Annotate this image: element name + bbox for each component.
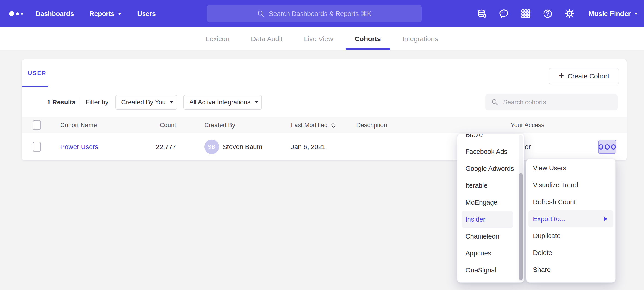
- global-search-placeholder: Search Dashboards & Reports ⌘K: [269, 10, 372, 18]
- created-by-filter[interactable]: Created By You: [115, 95, 177, 109]
- circle-icon: [598, 144, 603, 150]
- integrations-filter[interactable]: All Active Integrations: [184, 95, 262, 109]
- header-cohort-name[interactable]: Cohort Name: [60, 122, 97, 129]
- menu-item-insider[interactable]: Insider: [462, 211, 513, 228]
- active-tab-underline: [22, 86, 48, 87]
- create-cohort-label: Create Cohort: [568, 73, 609, 80]
- menu-item-label: View Users: [533, 165, 566, 172]
- created-by-cell: SB Steven Baum: [204, 139, 262, 154]
- logo-dot: [21, 13, 23, 15]
- search-icon: [257, 10, 265, 18]
- menu-item-chameleon[interactable]: Chameleon: [462, 228, 513, 245]
- project-switcher[interactable]: Music Finder: [588, 10, 638, 18]
- circle-icon: [605, 144, 610, 150]
- export-to-list: Braze Facebook Ads Google Adwords Iterab…: [458, 133, 524, 278]
- logo-dot: [16, 12, 19, 15]
- top-nav: Dashboards Reports Users Search Dashboar…: [0, 0, 644, 28]
- cohort-count: 22,777: [141, 143, 176, 151]
- menu-item-view-users[interactable]: View Users: [528, 160, 614, 177]
- menu-item-duplicate[interactable]: Duplicate: [528, 227, 614, 244]
- select-all-checkbox[interactable]: [33, 120, 41, 130]
- menu-item-export-to[interactable]: Export to...: [528, 210, 614, 227]
- nav-links: Dashboards Reports Users: [36, 0, 156, 28]
- section-tabs: Lexicon Data Audit Live View Cohorts Int…: [0, 28, 644, 50]
- nav-dashboards[interactable]: Dashboards: [36, 10, 74, 18]
- menu-item-facebook-ads[interactable]: Facebook Ads: [462, 143, 513, 160]
- menu-item-appcues[interactable]: Appcues: [462, 245, 513, 262]
- row-checkbox-wrap: [33, 142, 41, 152]
- header-created-by[interactable]: Created By: [204, 122, 235, 129]
- menu-item-iterable[interactable]: Iterable: [462, 177, 513, 194]
- divider: [79, 97, 80, 107]
- tab-cohorts[interactable]: Cohorts: [346, 28, 390, 50]
- feedback-icon[interactable]: [498, 9, 509, 19]
- nav-users[interactable]: Users: [137, 10, 156, 18]
- sort-icon: [330, 122, 336, 128]
- header-description[interactable]: Description: [356, 122, 387, 129]
- integrations-filter-label: All Active Integrations: [189, 99, 250, 106]
- apps-grid-icon[interactable]: [520, 9, 531, 19]
- chevron-down-icon: [170, 101, 174, 103]
- table-row: Power Users 22,777 SB Steven Baum Jan 6,…: [22, 133, 627, 161]
- row-checkbox[interactable]: [33, 142, 41, 152]
- project-name: Music Finder: [588, 10, 631, 18]
- menu-item-visualize-trend[interactable]: Visualize Trend: [528, 177, 614, 194]
- panel-header: USER + Create Cohort: [22, 59, 627, 87]
- chevron-down-icon: [634, 13, 638, 15]
- tab-user[interactable]: USER: [28, 70, 47, 76]
- cohort-search: [485, 94, 618, 110]
- menu-item-label: Refresh Count: [533, 198, 576, 206]
- tab-live-view[interactable]: Live View: [295, 28, 342, 50]
- tab-lexicon[interactable]: Lexicon: [197, 28, 238, 50]
- cohort-search-input[interactable]: [503, 98, 602, 106]
- filter-row: 1 Results Filter by Created By You All A…: [22, 87, 627, 117]
- cohort-name-link[interactable]: Power Users: [60, 143, 98, 151]
- filter-by-label: Filter by: [86, 99, 108, 106]
- chevron-down-icon: [255, 101, 258, 103]
- chevron-down-icon: [118, 13, 122, 15]
- your-access-cell-partial: er: [525, 143, 531, 151]
- nav-reports[interactable]: Reports: [90, 10, 122, 18]
- menu-item-label: Delete: [533, 249, 552, 257]
- nav-reports-label: Reports: [90, 10, 115, 18]
- menu-item-label: Visualize Trend: [533, 181, 578, 189]
- search-icon: [491, 99, 498, 106]
- create-cohort-button[interactable]: + Create Cohort: [549, 68, 619, 84]
- row-context-menu: View Users Visualize Trend Refresh Count…: [526, 159, 616, 283]
- nav-right: Music Finder: [476, 0, 644, 28]
- tab-data-audit[interactable]: Data Audit: [242, 28, 292, 50]
- screen: Dashboards Reports Users Search Dashboar…: [0, 0, 644, 290]
- logo-dot: [9, 11, 14, 16]
- settings-gear-icon[interactable]: [564, 9, 575, 19]
- data-management-icon[interactable]: [476, 9, 487, 19]
- menu-item-label: Share: [533, 266, 550, 273]
- header-count[interactable]: Count: [141, 122, 176, 129]
- created-by-name: Steven Baum: [223, 143, 262, 151]
- more-actions-button[interactable]: [598, 140, 616, 154]
- menu-item-onesignal[interactable]: OneSignal: [462, 262, 513, 278]
- menu-item-label: Export to...: [533, 215, 565, 223]
- tab-integrations[interactable]: Integrations: [393, 28, 447, 50]
- scrollbar-thumb[interactable]: [519, 173, 522, 280]
- export-to-submenu: Braze Facebook Ads Google Adwords Iterab…: [457, 133, 524, 283]
- header-your-access[interactable]: Your Access: [511, 122, 544, 129]
- select-all-checkbox-wrap: [33, 120, 41, 130]
- menu-item-moengage[interactable]: MoEngage: [462, 194, 513, 211]
- help-icon[interactable]: [542, 9, 553, 19]
- global-search-input[interactable]: Search Dashboards & Reports ⌘K: [207, 5, 422, 22]
- header-last-modified[interactable]: Last Modified: [291, 122, 336, 129]
- menu-item-google-adwords[interactable]: Google Adwords: [462, 160, 513, 177]
- header-last-modified-label: Last Modified: [291, 122, 328, 129]
- menu-item-label: Duplicate: [533, 232, 561, 240]
- circle-icon: [611, 144, 616, 150]
- menu-item-refresh-count[interactable]: Refresh Count: [528, 194, 614, 210]
- table-header: Cohort Name Count Created By Last Modifi…: [22, 117, 627, 133]
- avatar: SB: [204, 139, 219, 154]
- mixpanel-logo-icon[interactable]: [9, 0, 23, 28]
- menu-item-delete[interactable]: Delete: [528, 244, 614, 261]
- cohorts-panel: USER + Create Cohort 1 Results Filter by…: [22, 59, 627, 161]
- results-count: 1 Results: [47, 99, 76, 106]
- menu-item-braze[interactable]: Braze: [462, 133, 513, 143]
- menu-item-share[interactable]: Share: [528, 261, 614, 278]
- submenu-arrow-icon: [604, 217, 607, 221]
